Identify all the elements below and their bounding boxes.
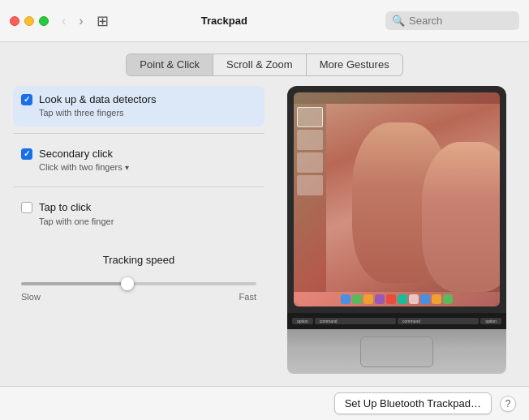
slider-labels: Slow Fast: [21, 292, 256, 302]
dropdown-arrow-icon: ▾: [125, 162, 129, 174]
touch-bar-command-right: command: [398, 318, 479, 324]
sidebar-strip: [294, 104, 326, 292]
tracking-speed-slider[interactable]: [21, 282, 256, 285]
tracking-speed-section: Tracking speed Slow Fast: [13, 254, 264, 302]
sidebar-thumb-2: [297, 130, 323, 150]
touch-bar-command-left: command: [315, 318, 396, 324]
option-tap-to-click-label: Tap to click: [39, 200, 114, 215]
screen-dock: [294, 292, 500, 306]
content-area: Point & Click Scroll & Zoom More Gesture…: [0, 42, 529, 386]
traffic-lights: [10, 16, 49, 26]
photo-overlay: [294, 104, 500, 292]
screen-menubar: [294, 92, 500, 104]
macbook-screen: [287, 86, 506, 313]
dock-icon-5: [386, 294, 396, 304]
macbook-bottom: [287, 329, 506, 374]
left-panel: Look up & data detectors Tap with three …: [13, 86, 264, 386]
dock-icon-7: [409, 294, 419, 304]
dock-icon-10: [443, 294, 453, 304]
checkbox-secondary-click[interactable]: [21, 148, 32, 160]
dock-icon-3: [363, 294, 373, 304]
desktop-background: [294, 92, 500, 306]
option-tap-to-click-sublabel: Tap with one finger: [39, 216, 114, 228]
option-lookup[interactable]: Look up & data detectors Tap with three …: [13, 86, 264, 126]
slider-fast-label: Fast: [239, 292, 256, 302]
bluetooth-setup-button[interactable]: Set Up Bluetooth Trackpad…: [334, 392, 492, 414]
option-secondary-click-label: Secondary click: [39, 147, 129, 161]
slider-slow-label: Slow: [21, 292, 41, 302]
search-input[interactable]: [409, 15, 513, 27]
checkbox-tap-to-click[interactable]: [21, 202, 32, 213]
face-right: [422, 142, 500, 293]
maximize-button[interactable]: [39, 16, 49, 26]
bottom-bar: Set Up Bluetooth Trackpad… ?: [0, 386, 529, 420]
sidebar-thumb-1: [297, 107, 323, 127]
dock-icon-2: [352, 294, 362, 304]
checkbox-lookup[interactable]: [21, 94, 32, 105]
dock-icon-1: [341, 294, 351, 304]
titlebar: ‹ › ⊞ Trackpad 🔍: [0, 0, 529, 42]
touch-bar-option-right: option: [480, 318, 501, 324]
option-secondary-click[interactable]: Secondary click Click with two fingers ▾: [13, 140, 264, 181]
main-photo: [326, 104, 500, 292]
option-secondary-click-sublabel: Click with two fingers ▾: [39, 161, 129, 174]
divider-2: [13, 186, 264, 187]
option-lookup-sublabel: Tap with three fingers: [39, 107, 157, 119]
tracking-speed-label: Tracking speed: [21, 254, 256, 266]
help-button[interactable]: ?: [500, 396, 516, 412]
slider-container: [21, 274, 256, 289]
tab-more-gestures[interactable]: More Gestures: [307, 54, 403, 76]
main-layout: Look up & data detectors Tap with three …: [0, 86, 529, 386]
sidebar-thumb-3: [297, 152, 323, 173]
sidebar-thumb-4: [297, 175, 323, 195]
macbook-preview: option command command option: [287, 86, 506, 362]
window-title: Trackpad: [70, 15, 379, 27]
tab-point-click[interactable]: Point & Click: [126, 54, 213, 76]
search-bar: 🔍: [385, 11, 519, 30]
touch-bar: option command command option: [287, 313, 506, 329]
touch-bar-option-left: option: [292, 318, 313, 324]
screen-inner: [294, 92, 500, 306]
divider-1: [13, 133, 264, 134]
search-icon: 🔍: [392, 15, 405, 27]
dock-icon-6: [398, 294, 407, 304]
trackpad-area: [360, 336, 433, 367]
option-lookup-label: Look up & data detectors: [39, 92, 157, 107]
close-button[interactable]: [10, 16, 19, 26]
dock-icon-9: [432, 294, 441, 304]
tab-scroll-zoom[interactable]: Scroll & Zoom: [213, 54, 307, 76]
dock-icon-8: [420, 294, 430, 304]
option-tap-to-click[interactable]: Tap to click Tap with one finger: [13, 194, 264, 234]
right-panel: option command command option: [277, 86, 516, 386]
tab-bar: Point & Click Scroll & Zoom More Gesture…: [0, 42, 529, 86]
back-button[interactable]: ‹: [58, 13, 69, 29]
dock-icon-4: [375, 294, 385, 304]
minimize-button[interactable]: [24, 16, 34, 26]
